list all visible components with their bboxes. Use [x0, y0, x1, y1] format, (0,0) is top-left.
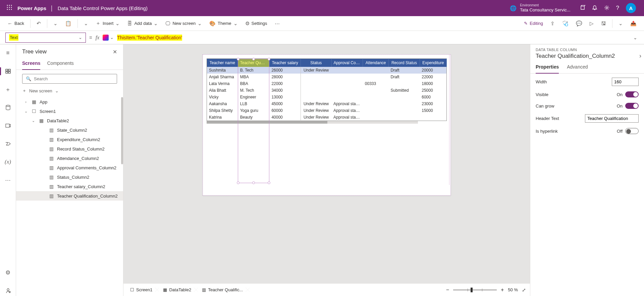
settings-button[interactable]: ⚙ Settings — [243, 18, 270, 29]
settings-rail-icon[interactable]: ⚙ — [3, 267, 13, 278]
copilot-fx-icon[interactable]: ⌄ — [103, 35, 114, 41]
new-screen-tree-button[interactable]: ＋ New screen ⌄ — [22, 88, 117, 94]
data-table[interactable]: Teacher nameTeacher Qualific...Teacher s… — [207, 58, 447, 121]
table-row[interactable]: Alia BhattM. Tech34000Submitted25000 — [207, 87, 447, 94]
editing-mode[interactable]: ✎ Editing — [521, 19, 546, 28]
tree-screen1[interactable]: ⌄ ☐ Screen1 — [16, 107, 123, 116]
table-header[interactable]: Teacher Qualific... — [238, 59, 269, 67]
tab-screens[interactable]: Screens — [22, 58, 40, 70]
visible-toggle[interactable] — [625, 91, 639, 97]
tree-datatable[interactable]: ⌄ ▦ DataTable2 — [16, 116, 123, 125]
table-row[interactable]: SushmitaB. Tech26000Under ReviewDraft200… — [207, 67, 447, 74]
more-button[interactable]: ⋯ — [272, 18, 282, 29]
save-menu[interactable]: ⌄ — [616, 18, 626, 29]
table-cell: Shilpa Shetty — [207, 107, 238, 114]
settings-icon[interactable] — [604, 5, 609, 11]
insert-rail-icon[interactable]: ＋ — [3, 84, 13, 95]
table-row[interactable]: Anjali SharmaMBA28000Draft22000 — [207, 74, 447, 80]
ask-rail-icon[interactable] — [3, 285, 13, 296]
tree-col-salary[interactable]: ▥Teacher salary_Column2 — [16, 182, 123, 191]
table-horizontal-scrollbar[interactable] — [207, 121, 418, 124]
back-button[interactable]: ← Back — [5, 18, 27, 28]
paste-button[interactable]: 📋 — [62, 18, 74, 29]
more-rail-icon[interactable]: ⋯ — [3, 175, 13, 185]
table-row[interactable]: AakanshaLLB45000Under ReviewApproval sta… — [207, 100, 447, 107]
tree-search[interactable]: 🔍 — [22, 74, 117, 84]
breadcrumb-column[interactable]: ▥ Teacher Qualific... — [199, 286, 248, 294]
close-panel-icon[interactable]: ✕ — [113, 49, 117, 55]
environment-picker[interactable]: 🌐 Environment Tata Consultancy Servic... — [510, 3, 570, 13]
avatar[interactable]: A — [626, 3, 636, 13]
variables-rail-icon[interactable]: (x) — [3, 157, 13, 167]
tree-col-qualification[interactable]: ▥Teacher Qualification_Column2 — [16, 191, 123, 201]
svg-point-1 — [9, 5, 10, 6]
paste-menu[interactable]: ⌄ — [81, 18, 91, 29]
table-header[interactable]: Record Status — [389, 59, 420, 67]
add-data-button[interactable]: 🗄 Add data ⌄ — [124, 18, 161, 29]
table-row[interactable]: KatrinaBeauty40000Under ReviewApproval s… — [207, 114, 447, 121]
new-screen-button[interactable]: 🖵 New screen ⌄ — [163, 18, 205, 29]
expand-formula-icon[interactable]: ⌄ — [632, 34, 639, 42]
comments-button[interactable]: 💬 — [573, 18, 585, 29]
table-row[interactable]: Lata VermaBBA220000033318000 — [207, 80, 447, 87]
breadcrumb-table[interactable]: ▦ DataTable2 — [160, 286, 196, 294]
power-automate-rail-icon[interactable] — [3, 138, 13, 149]
chevron-down-icon: ⌄ — [84, 20, 88, 27]
table-header[interactable]: Teacher salary — [269, 59, 301, 67]
tree-col-record-status[interactable]: ▥Record Status_Column2 — [16, 144, 123, 154]
cangrow-toggle[interactable] — [625, 103, 639, 109]
notifications-icon[interactable] — [592, 5, 597, 11]
tree-app[interactable]: › ▦ App — [16, 97, 123, 107]
tree-scrollbar[interactable] — [121, 97, 123, 296]
fit-screen-icon[interactable]: ⤢ — [522, 287, 526, 293]
preview-button[interactable]: ▷ — [587, 18, 596, 29]
table-header[interactable]: Teacher name — [207, 59, 238, 67]
insert-button[interactable]: ＋ Insert ⌄ — [93, 18, 123, 29]
hyperlink-toggle[interactable] — [625, 128, 639, 134]
tab-components[interactable]: Components — [47, 58, 73, 70]
table-header[interactable]: Attendance — [363, 59, 389, 67]
help-icon[interactable]: ? — [616, 5, 619, 11]
breadcrumb-screen[interactable]: ☐ Screen1 — [127, 286, 157, 294]
expand-pane-icon[interactable]: › — [639, 52, 641, 59]
tree-col-approval[interactable]: ▥Approval Comments_Column2 — [16, 163, 123, 172]
formula-input[interactable]: ThisItem.'Teacher Qualification' — [117, 35, 629, 40]
share-button[interactable]: ⇪ — [548, 18, 557, 29]
undo-menu[interactable]: ⌄ — [51, 18, 60, 29]
zoom-in-button[interactable]: + — [501, 287, 504, 293]
data-rail-icon[interactable] — [3, 102, 13, 113]
undo-icon: ↶ — [37, 20, 41, 27]
table-cell: 00333 — [363, 80, 389, 87]
header-text-label: Header Text — [536, 116, 559, 121]
publish-button[interactable]: 📤 — [628, 18, 639, 29]
zoom-out-button[interactable]: − — [446, 287, 449, 293]
tab-properties[interactable]: Properties — [536, 62, 559, 74]
table-header[interactable]: Status — [301, 59, 331, 67]
table-cell: Draft — [389, 74, 420, 80]
tree-col-state[interactable]: ▥State_Column2 — [16, 125, 123, 135]
table-row[interactable]: VickyEngineer130006000 — [207, 94, 447, 100]
width-input[interactable] — [612, 78, 639, 86]
theme-button[interactable]: 🎨 Theme ⌄ — [207, 18, 240, 29]
header-text-input[interactable] — [585, 114, 639, 123]
save-button[interactable]: 🖫 — [598, 18, 609, 28]
media-rail-icon[interactable] — [3, 120, 13, 131]
tree-col-status[interactable]: ▥Status_Column2 — [16, 172, 123, 182]
formula-thisitem: ThisItem — [117, 35, 135, 40]
table-header[interactable]: Approval Comm... — [331, 59, 363, 67]
app-checker-button[interactable]: 🩺 — [559, 18, 571, 29]
property-selector[interactable]: Text ⌄ — [5, 33, 86, 43]
canvas[interactable]: Teacher nameTeacher Qualific...Teacher s… — [203, 54, 451, 196]
table-header[interactable]: Expenditure — [420, 59, 446, 67]
copilot-icon[interactable] — [580, 5, 585, 11]
table-row[interactable]: Shilpa ShettyYoga guru60000Under ReviewA… — [207, 107, 447, 114]
tree-col-attendance[interactable]: ▥Attendance_Column2 — [16, 154, 123, 163]
zoom-slider[interactable] — [453, 290, 497, 290]
tree-col-expenditure[interactable]: ▥Expenditure_Column2 — [16, 135, 123, 144]
hamburger-icon[interactable]: ≡ — [3, 48, 13, 58]
tab-advanced[interactable]: Advanced — [567, 62, 588, 73]
waffle-icon[interactable] — [3, 5, 16, 12]
undo-button[interactable]: ↶ — [34, 18, 44, 29]
tree-view-rail-icon[interactable] — [3, 66, 13, 77]
search-input[interactable] — [34, 76, 113, 81]
